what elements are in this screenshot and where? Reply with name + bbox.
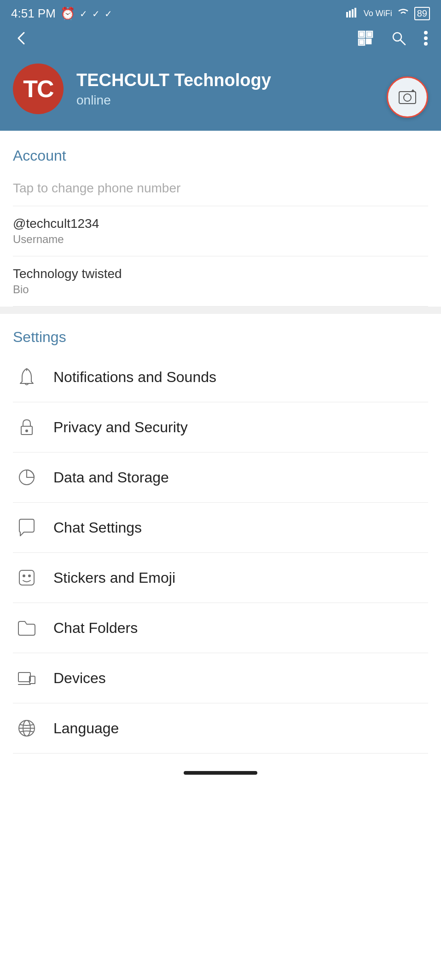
bell-icon	[13, 363, 41, 391]
settings-title: Settings	[13, 321, 428, 352]
top-nav	[0, 25, 441, 59]
svg-rect-3	[354, 8, 356, 17]
svg-rect-11	[369, 39, 371, 41]
more-options-icon[interactable]	[424, 30, 428, 51]
account-section: Account Tap to change phone number @tech…	[0, 131, 441, 307]
search-icon[interactable]	[390, 30, 407, 51]
vowifi-label: Vo WiFi	[364, 9, 392, 18]
avatar-letters: TC	[23, 75, 53, 103]
alarm-icon: ⏰	[60, 6, 75, 21]
svg-rect-7	[360, 33, 363, 36]
status-time: 4:51 PM	[11, 6, 56, 21]
check-icon-2: ✓	[92, 8, 100, 19]
svg-rect-0	[346, 12, 348, 17]
privacy-label: Privacy and Security	[53, 419, 188, 436]
lock-icon	[13, 413, 41, 441]
bio-item[interactable]: Technology twisted Bio	[13, 256, 428, 307]
menu-item-devices[interactable]: Devices	[13, 653, 428, 703]
menu-item-data[interactable]: Data and Storage	[13, 452, 428, 503]
chat-label: Chat Settings	[53, 519, 142, 536]
menu-item-chat[interactable]: Chat Settings	[13, 503, 428, 553]
globe-icon	[13, 714, 41, 742]
svg-point-17	[424, 36, 428, 40]
svg-rect-8	[368, 33, 371, 36]
status-bar: 4:51 PM ⏰ ✓ ✓ ✓ Vo WiFi 89	[0, 0, 441, 25]
menu-item-folders[interactable]: Chat Folders	[13, 603, 428, 653]
phone-item[interactable]: Tap to change phone number	[13, 171, 428, 206]
account-title: Account	[13, 140, 428, 171]
username-item[interactable]: @techcult1234 Username	[13, 206, 428, 256]
svg-point-25	[26, 430, 28, 432]
svg-point-16	[424, 31, 428, 35]
language-label: Language	[53, 720, 119, 737]
svg-point-18	[424, 42, 428, 46]
piechart-icon	[13, 464, 41, 491]
svg-rect-27	[19, 570, 34, 585]
bio-label: Bio	[13, 283, 428, 296]
data-label: Data and Storage	[53, 469, 169, 486]
svg-rect-1	[349, 11, 351, 17]
profile-status: online	[76, 93, 428, 108]
svg-rect-12	[366, 42, 368, 44]
svg-rect-9	[360, 41, 363, 44]
bio-value: Technology twisted	[13, 267, 428, 281]
devices-icon	[13, 664, 41, 692]
qr-code-icon[interactable]	[357, 30, 374, 51]
wifi-icon	[397, 7, 410, 20]
section-divider	[0, 307, 441, 314]
add-photo-icon	[397, 87, 418, 107]
devices-label: Devices	[53, 670, 106, 687]
chat-icon	[13, 514, 41, 541]
battery-icon: 89	[414, 7, 430, 20]
folder-icon	[13, 614, 41, 642]
sticker-icon	[13, 564, 41, 591]
settings-section: Settings Notifications and Sounds Privac…	[0, 314, 441, 754]
username-label: Username	[13, 233, 428, 246]
svg-rect-19	[399, 92, 416, 104]
bottom-bar	[0, 758, 441, 784]
svg-point-29	[29, 575, 30, 577]
phone-placeholder: Tap to change phone number	[13, 181, 428, 196]
stickers-label: Stickers and Emoji	[53, 569, 175, 586]
menu-item-privacy[interactable]: Privacy and Security	[13, 402, 428, 452]
username-value: @techcult1234	[13, 216, 428, 231]
menu-item-language[interactable]: Language	[13, 703, 428, 754]
check-icon-1: ✓	[80, 8, 87, 19]
signal-icon	[346, 7, 359, 20]
svg-rect-10	[366, 39, 368, 41]
folders-label: Chat Folders	[53, 620, 138, 637]
menu-item-notifications[interactable]: Notifications and Sounds	[13, 352, 428, 402]
add-photo-button[interactable]	[387, 76, 428, 118]
svg-rect-2	[352, 9, 354, 17]
svg-rect-13	[369, 42, 371, 44]
avatar: TC	[13, 64, 64, 114]
check-icon-3: ✓	[104, 8, 112, 19]
home-indicator	[184, 771, 257, 775]
svg-point-28	[23, 575, 25, 577]
notifications-label: Notifications and Sounds	[53, 369, 216, 386]
svg-point-20	[404, 94, 411, 101]
back-button[interactable]	[13, 30, 29, 51]
profile-header: TC TECHCULT Technology online	[0, 59, 441, 131]
menu-item-stickers[interactable]: Stickers and Emoji	[13, 553, 428, 603]
profile-info: TECHCULT Technology online	[76, 70, 428, 108]
profile-name: TECHCULT Technology	[76, 70, 428, 91]
svg-rect-30	[18, 673, 30, 682]
svg-line-15	[400, 40, 405, 45]
